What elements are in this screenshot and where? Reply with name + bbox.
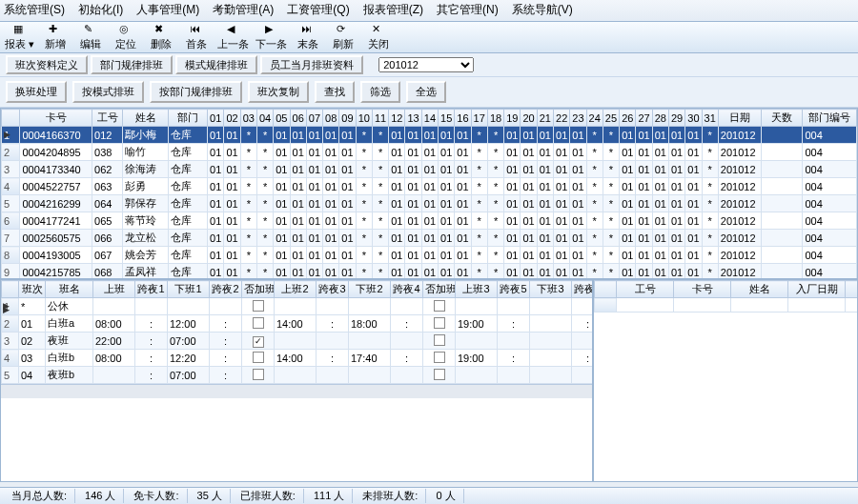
g1-header[interactable]: 09 — [339, 110, 356, 127]
g1-header[interactable]: 21 — [537, 110, 553, 127]
toolbar-首条[interactable]: ⏮首条 — [179, 22, 214, 52]
g2-header[interactable]: 跨夜1 — [135, 281, 168, 298]
g2-header[interactable]: 上班2 — [275, 281, 317, 298]
g1-header[interactable]: 姓名 — [123, 110, 169, 127]
tab2-2[interactable]: 按部门规律排班 — [150, 81, 242, 103]
g1-header[interactable]: 卡号 — [20, 110, 92, 127]
tab1-3[interactable]: 员工当月排班资料 — [260, 55, 363, 74]
g3-header[interactable]: 工号 — [617, 281, 674, 298]
g3-header[interactable]: 姓名 — [731, 281, 788, 298]
g1-header[interactable]: 03 — [240, 110, 256, 127]
g1-row[interactable]: 80004193005067姚会芳仓库0101**0101010101**010… — [2, 247, 857, 264]
g1-row[interactable]: 30004173340062徐海涛仓库0101**0101010101**010… — [2, 161, 857, 178]
g1-header[interactable]: 07 — [306, 110, 322, 127]
g1-header[interactable]: 02 — [224, 110, 240, 127]
g1-header[interactable]: 19 — [504, 110, 521, 127]
g2-header[interactable]: 跨夜6 — [572, 281, 594, 298]
g1-header[interactable]: 20 — [521, 110, 537, 127]
toolbar-新增[interactable]: ✚新增 — [38, 22, 72, 52]
g1-header[interactable]: 26 — [620, 110, 636, 127]
tab1-1[interactable]: 部门规律排班 — [91, 55, 173, 74]
toolbar-定位[interactable]: ◎定位 — [109, 22, 143, 52]
g1-header[interactable]: 22 — [554, 110, 570, 127]
g3-header[interactable]: 入厂日期 — [788, 281, 846, 298]
g1-row[interactable]: 60004177241065蒋节玲仓库0101**0101010101**010… — [2, 212, 857, 230]
checkbox-icon[interactable] — [434, 369, 445, 380]
checkbox-icon[interactable] — [253, 300, 264, 312]
g3-header[interactable]: 部门名 — [846, 281, 859, 298]
tab2-6[interactable]: 全选 — [406, 81, 446, 103]
g2-header[interactable]: 否加班 — [242, 281, 275, 298]
tab2-4[interactable]: 查找 — [315, 81, 355, 103]
checkbox-icon[interactable] — [253, 352, 264, 363]
g2-header[interactable]: 班次 — [19, 281, 46, 298]
g2-row[interactable]: 504夜班b:07:00: — [2, 367, 594, 384]
g2-header[interactable]: 跨夜3 — [317, 281, 349, 298]
unassigned-grid[interactable]: 工号卡号姓名入厂日期部门名 — [593, 279, 858, 482]
toolbar-关闭[interactable]: ✕关闭 — [361, 22, 396, 52]
toolbar-删除[interactable]: ✖删除 — [144, 22, 178, 52]
g1-header[interactable]: 部门编号 — [803, 110, 857, 127]
g2-header[interactable]: 跨夜4 — [391, 281, 423, 298]
employee-schedule-grid[interactable]: 卡号工号姓名部门01020304050607080910111213141516… — [0, 108, 858, 279]
tab2-0[interactable]: 换班处理 — [6, 81, 67, 103]
checkbox-icon[interactable] — [253, 336, 264, 348]
g1-header[interactable]: 31 — [702, 110, 718, 127]
g1-header[interactable]: 15 — [439, 110, 455, 127]
menu-item-5[interactable]: 报表管理(Z) — [363, 2, 423, 19]
checkbox-icon[interactable] — [434, 317, 445, 329]
toolbar-刷新[interactable]: ⟳刷新 — [326, 22, 360, 52]
g1-header[interactable]: 日期 — [718, 110, 761, 127]
checkbox-icon[interactable] — [253, 317, 264, 329]
g2-header[interactable]: 下班3 — [530, 281, 572, 298]
g1-header[interactable]: 05 — [274, 110, 290, 127]
g2-header[interactable]: 跨夜2 — [210, 281, 242, 298]
menu-item-7[interactable]: 系统导航(V) — [512, 2, 573, 19]
g1-header[interactable]: 30 — [685, 110, 702, 127]
g2-header[interactable]: 上班3 — [456, 281, 498, 298]
period-select[interactable]: 201012 — [378, 57, 474, 72]
g1-row[interactable]: 70002560575066龙立松仓库0101**0101010101**010… — [2, 230, 857, 247]
g1-header[interactable]: 17 — [471, 110, 487, 127]
g2-header[interactable]: 下班1 — [168, 281, 210, 298]
tab2-1[interactable]: 按模式排班 — [72, 81, 144, 103]
g1-header[interactable]: 工号 — [92, 110, 123, 127]
g2-header[interactable]: 上班 — [93, 281, 135, 298]
menu-item-1[interactable]: 初始化(I) — [78, 2, 123, 19]
g2-row[interactable]: 302夜班22:00:07:00: — [2, 333, 594, 350]
g1-header[interactable]: 04 — [256, 110, 273, 127]
tab2-3[interactable]: 班次复制 — [248, 81, 309, 103]
g2-header[interactable]: 下班2 — [349, 281, 391, 298]
g1-row[interactable]: 40004522757063彭勇仓库0101**0101010101**0101… — [2, 178, 857, 195]
g1-row[interactable]: 90004215785068孟凤祥仓库0101**0101010101**010… — [2, 264, 857, 280]
g3-row[interactable] — [595, 298, 859, 312]
g1-header[interactable]: 23 — [570, 110, 586, 127]
menu-item-2[interactable]: 人事管理(M) — [136, 2, 199, 19]
g1-header[interactable]: 16 — [455, 110, 471, 127]
g2-header[interactable]: 班名 — [46, 281, 93, 298]
tab2-5[interactable]: 筛选 — [360, 81, 400, 103]
checkbox-icon[interactable] — [434, 334, 445, 346]
g1-header[interactable]: 08 — [323, 110, 339, 127]
g1-header[interactable]: 24 — [586, 110, 603, 127]
g1-header[interactable]: 18 — [487, 110, 503, 127]
toolbar-末条[interactable]: ⏭末条 — [291, 22, 325, 52]
toolbar-下一条[interactable]: ▶下一条 — [253, 22, 290, 52]
g1-header[interactable]: 11 — [372, 110, 388, 127]
menu-item-4[interactable]: 工资管理(Q) — [287, 2, 349, 19]
g1-header[interactable]: 13 — [405, 110, 421, 127]
menu-item-0[interactable]: 系统管理(S) — [4, 2, 65, 19]
g2-header[interactable]: 否加班 — [423, 281, 456, 298]
g1-header[interactable]: 01 — [208, 110, 224, 127]
tab1-0[interactable]: 班次资料定义 — [6, 55, 88, 74]
checkbox-icon[interactable] — [434, 300, 445, 312]
g2-row[interactable]: 403白班b08:00:12:20:14:00:17:40:19:00:: — [2, 350, 594, 367]
g1-header[interactable]: 27 — [636, 110, 652, 127]
g1-header[interactable]: 10 — [356, 110, 372, 127]
menu-item-6[interactable]: 其它管理(N) — [437, 2, 499, 19]
g2-header[interactable]: 跨夜5 — [498, 281, 530, 298]
g1-row[interactable]: 10004166370012鄢小梅仓库0101**0101010101**010… — [2, 127, 857, 144]
toolbar-报表[interactable]: ▦报表 ▾ — [2, 22, 37, 52]
toolbar-编辑[interactable]: ✎编辑 — [73, 22, 108, 52]
g1-row[interactable]: 50004216299064郭保存仓库0101**0101010101**010… — [2, 195, 857, 212]
